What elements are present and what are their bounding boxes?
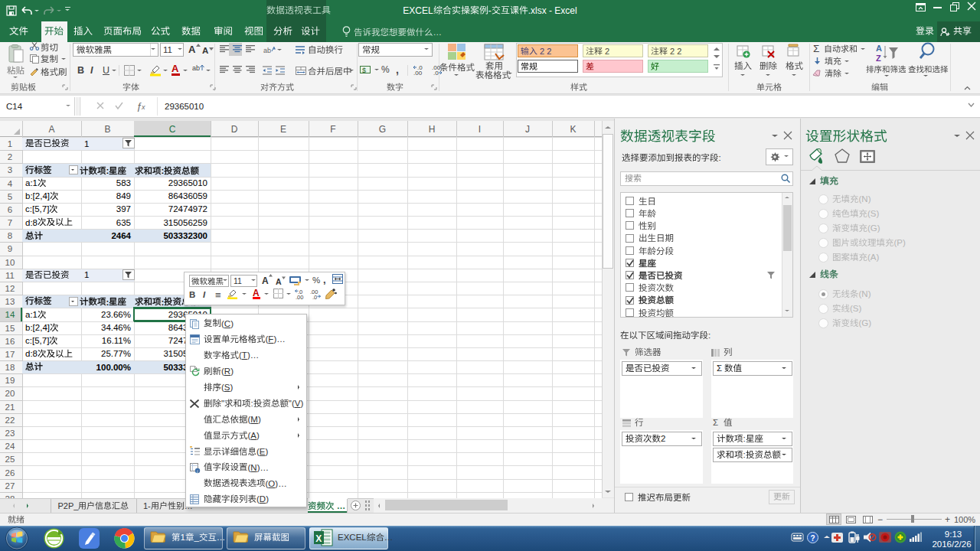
svg-text:X: X — [315, 533, 322, 544]
svg-text:ab: ab — [263, 47, 271, 54]
svg-text:.00: .00 — [296, 294, 303, 301]
svg-text:ab: ab — [192, 64, 200, 72]
svg-text:$: $ — [362, 67, 366, 74]
svg-text:.00: .00 — [413, 70, 423, 77]
svg-text:.0: .0 — [312, 294, 317, 301]
svg-text:?: ? — [811, 534, 815, 543]
svg-text:Z: Z — [876, 54, 881, 63]
svg-text:A: A — [876, 44, 882, 53]
